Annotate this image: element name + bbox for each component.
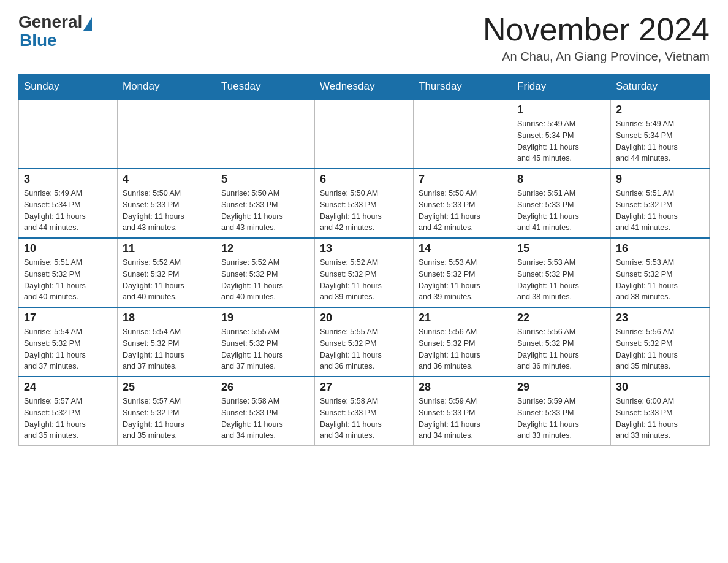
day-info: Sunrise: 5:53 AM Sunset: 5:32 PM Dayligh… (517, 257, 605, 303)
day-info: Sunrise: 5:51 AM Sunset: 5:32 PM Dayligh… (24, 257, 112, 303)
calendar-cell: 28Sunrise: 5:59 AM Sunset: 5:33 PM Dayli… (414, 377, 512, 446)
calendar-cell: 1Sunrise: 5:49 AM Sunset: 5:34 PM Daylig… (512, 99, 611, 169)
day-number: 20 (320, 312, 408, 324)
calendar-cell (19, 99, 118, 169)
calendar-cell: 4Sunrise: 5:50 AM Sunset: 5:33 PM Daylig… (118, 169, 216, 238)
title-block: November 2024 An Chau, An Giang Province… (483, 12, 710, 64)
calendar-cell: 2Sunrise: 5:49 AM Sunset: 5:34 PM Daylig… (611, 99, 710, 169)
day-info: Sunrise: 5:57 AM Sunset: 5:32 PM Dayligh… (24, 396, 112, 442)
calendar-cell: 25Sunrise: 5:57 AM Sunset: 5:32 PM Dayli… (118, 377, 216, 446)
calendar-cell: 12Sunrise: 5:52 AM Sunset: 5:32 PM Dayli… (216, 238, 315, 307)
calendar-cell: 19Sunrise: 5:55 AM Sunset: 5:32 PM Dayli… (216, 307, 315, 377)
calendar-week-row: 24Sunrise: 5:57 AM Sunset: 5:32 PM Dayli… (19, 377, 710, 446)
calendar-cell: 17Sunrise: 5:54 AM Sunset: 5:32 PM Dayli… (19, 307, 118, 377)
day-of-week-header: Friday (512, 74, 611, 100)
day-number: 15 (517, 242, 605, 255)
day-info: Sunrise: 5:55 AM Sunset: 5:32 PM Dayligh… (320, 326, 408, 372)
day-number: 30 (616, 381, 704, 394)
day-number: 4 (123, 173, 211, 186)
day-number: 1 (517, 104, 605, 117)
day-of-week-header: Sunday (19, 74, 118, 100)
day-of-week-header: Wednesday (315, 74, 414, 100)
day-info: Sunrise: 5:53 AM Sunset: 5:32 PM Dayligh… (616, 257, 704, 303)
page-header: General Blue November 2024 An Chau, An G… (18, 12, 710, 64)
day-number: 28 (419, 381, 507, 394)
calendar-week-row: 1Sunrise: 5:49 AM Sunset: 5:34 PM Daylig… (19, 99, 710, 169)
calendar-cell: 21Sunrise: 5:56 AM Sunset: 5:32 PM Dayli… (414, 307, 512, 377)
calendar-cell: 30Sunrise: 6:00 AM Sunset: 5:33 PM Dayli… (611, 377, 710, 446)
logo: General Blue (18, 12, 92, 49)
calendar-cell: 9Sunrise: 5:51 AM Sunset: 5:32 PM Daylig… (611, 169, 710, 238)
day-info: Sunrise: 5:56 AM Sunset: 5:32 PM Dayligh… (616, 326, 704, 372)
day-number: 6 (320, 173, 408, 186)
day-number: 8 (517, 173, 605, 186)
day-info: Sunrise: 5:49 AM Sunset: 5:34 PM Dayligh… (24, 188, 112, 234)
calendar-week-row: 17Sunrise: 5:54 AM Sunset: 5:32 PM Dayli… (19, 307, 710, 377)
day-info: Sunrise: 5:54 AM Sunset: 5:32 PM Dayligh… (123, 326, 211, 372)
day-info: Sunrise: 5:52 AM Sunset: 5:32 PM Dayligh… (221, 257, 309, 303)
day-info: Sunrise: 5:51 AM Sunset: 5:33 PM Dayligh… (517, 188, 605, 234)
calendar-cell: 26Sunrise: 5:58 AM Sunset: 5:33 PM Dayli… (216, 377, 315, 446)
calendar-cell: 14Sunrise: 5:53 AM Sunset: 5:32 PM Dayli… (414, 238, 512, 307)
day-number: 16 (616, 242, 704, 255)
day-number: 25 (123, 381, 211, 394)
day-number: 13 (320, 242, 408, 255)
day-number: 11 (123, 242, 211, 255)
calendar-cell: 20Sunrise: 5:55 AM Sunset: 5:32 PM Dayli… (315, 307, 414, 377)
calendar-cell: 18Sunrise: 5:54 AM Sunset: 5:32 PM Dayli… (118, 307, 216, 377)
calendar-cell: 23Sunrise: 5:56 AM Sunset: 5:32 PM Dayli… (611, 307, 710, 377)
day-info: Sunrise: 5:52 AM Sunset: 5:32 PM Dayligh… (320, 257, 408, 303)
day-number: 14 (419, 242, 507, 255)
day-number: 12 (221, 242, 309, 255)
day-info: Sunrise: 5:50 AM Sunset: 5:33 PM Dayligh… (419, 188, 507, 234)
day-info: Sunrise: 5:49 AM Sunset: 5:34 PM Dayligh… (616, 118, 704, 164)
calendar-cell: 29Sunrise: 5:59 AM Sunset: 5:33 PM Dayli… (512, 377, 611, 446)
calendar-cell: 11Sunrise: 5:52 AM Sunset: 5:32 PM Dayli… (118, 238, 216, 307)
day-number: 27 (320, 381, 408, 394)
calendar-cell: 3Sunrise: 5:49 AM Sunset: 5:34 PM Daylig… (19, 169, 118, 238)
calendar-week-row: 10Sunrise: 5:51 AM Sunset: 5:32 PM Dayli… (19, 238, 710, 307)
day-number: 29 (517, 381, 605, 394)
day-info: Sunrise: 5:50 AM Sunset: 5:33 PM Dayligh… (221, 188, 309, 234)
day-number: 17 (24, 312, 112, 324)
day-info: Sunrise: 5:49 AM Sunset: 5:34 PM Dayligh… (517, 118, 605, 164)
day-of-week-header: Saturday (611, 74, 710, 100)
month-year-title: November 2024 (483, 12, 710, 47)
calendar-cell: 6Sunrise: 5:50 AM Sunset: 5:33 PM Daylig… (315, 169, 414, 238)
day-number: 23 (616, 312, 704, 324)
calendar-cell: 22Sunrise: 5:56 AM Sunset: 5:32 PM Dayli… (512, 307, 611, 377)
logo-general-text: General (18, 12, 82, 32)
day-info: Sunrise: 5:50 AM Sunset: 5:33 PM Dayligh… (320, 188, 408, 234)
calendar-week-row: 3Sunrise: 5:49 AM Sunset: 5:34 PM Daylig… (19, 169, 710, 238)
day-of-week-header: Monday (118, 74, 216, 100)
day-info: Sunrise: 5:58 AM Sunset: 5:33 PM Dayligh… (221, 396, 309, 442)
calendar-cell: 24Sunrise: 5:57 AM Sunset: 5:32 PM Dayli… (19, 377, 118, 446)
day-number: 2 (616, 104, 704, 117)
calendar-cell (118, 99, 216, 169)
day-info: Sunrise: 5:56 AM Sunset: 5:32 PM Dayligh… (517, 326, 605, 372)
day-info: Sunrise: 5:56 AM Sunset: 5:32 PM Dayligh… (419, 326, 507, 372)
logo-arrow-icon (83, 17, 92, 31)
calendar-header-row: SundayMondayTuesdayWednesdayThursdayFrid… (19, 74, 710, 100)
day-info: Sunrise: 5:52 AM Sunset: 5:32 PM Dayligh… (123, 257, 211, 303)
calendar-cell: 27Sunrise: 5:58 AM Sunset: 5:33 PM Dayli… (315, 377, 414, 446)
day-info: Sunrise: 5:58 AM Sunset: 5:33 PM Dayligh… (320, 396, 408, 442)
day-info: Sunrise: 5:59 AM Sunset: 5:33 PM Dayligh… (517, 396, 605, 442)
calendar-cell: 7Sunrise: 5:50 AM Sunset: 5:33 PM Daylig… (414, 169, 512, 238)
day-info: Sunrise: 5:57 AM Sunset: 5:32 PM Dayligh… (123, 396, 211, 442)
day-info: Sunrise: 5:59 AM Sunset: 5:33 PM Dayligh… (419, 396, 507, 442)
logo-blue-text: Blue (20, 32, 92, 49)
day-number: 5 (221, 173, 309, 186)
calendar-cell: 5Sunrise: 5:50 AM Sunset: 5:33 PM Daylig… (216, 169, 315, 238)
day-info: Sunrise: 5:50 AM Sunset: 5:33 PM Dayligh… (123, 188, 211, 234)
day-info: Sunrise: 5:51 AM Sunset: 5:32 PM Dayligh… (616, 188, 704, 234)
calendar-cell: 15Sunrise: 5:53 AM Sunset: 5:32 PM Dayli… (512, 238, 611, 307)
location-subtitle: An Chau, An Giang Province, Vietnam (483, 50, 710, 64)
day-number: 24 (24, 381, 112, 394)
day-info: Sunrise: 6:00 AM Sunset: 5:33 PM Dayligh… (616, 396, 704, 442)
calendar-table: SundayMondayTuesdayWednesdayThursdayFrid… (18, 74, 710, 446)
day-of-week-header: Tuesday (216, 74, 315, 100)
calendar-cell: 13Sunrise: 5:52 AM Sunset: 5:32 PM Dayli… (315, 238, 414, 307)
calendar-cell: 10Sunrise: 5:51 AM Sunset: 5:32 PM Dayli… (19, 238, 118, 307)
calendar-cell (315, 99, 414, 169)
